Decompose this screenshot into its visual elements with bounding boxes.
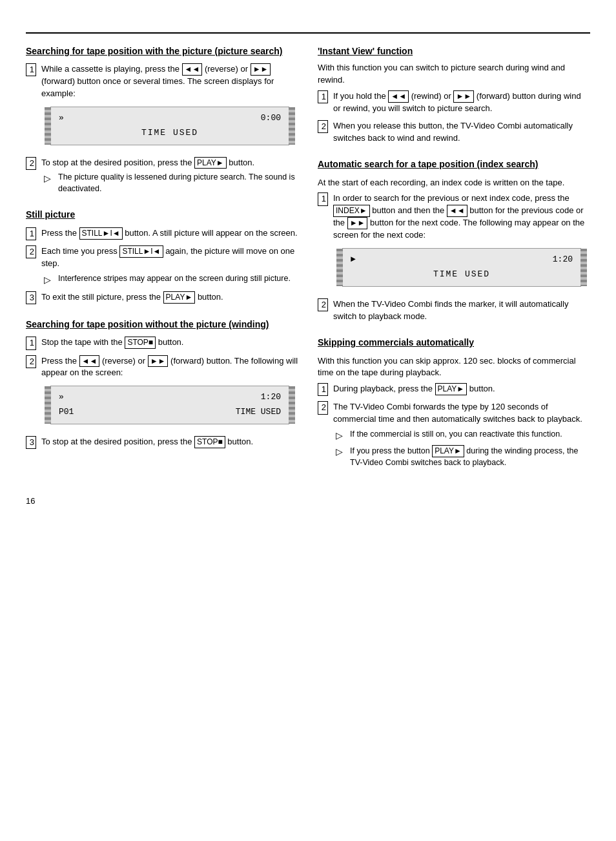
page-number: 16: [26, 496, 590, 506]
skip-text-1: During playback, press the: [333, 384, 435, 393]
note-skip-2: ▷ If you press the button PLAY► during t…: [336, 445, 590, 468]
screen-po1: P01: [59, 406, 74, 419]
screen-icon-1: »: [59, 112, 64, 125]
step-2-instant-content: When you release this button, the TV-Vid…: [333, 120, 590, 145]
step-3-winding-content: To stop at the desired position, press t…: [41, 436, 298, 448]
note-2: ▷ The picture quality is lessened during…: [44, 172, 298, 194]
screen-box-index: ► 1:20 TIME USED: [342, 248, 581, 287]
still-text-5: To exit the still picture, press the: [41, 292, 163, 302]
top-rule: [26, 32, 590, 34]
index-btn: INDEX►: [333, 205, 370, 217]
section-winding-title: Searching for tape position without the …: [26, 318, 298, 330]
screen-icon-winding: »: [59, 391, 64, 404]
step-3-winding: 3 To stop at the desired position, press…: [26, 436, 298, 449]
winding-text-3: Press the: [41, 356, 79, 366]
screen-left-border-1: [45, 107, 51, 145]
note-text-still-2: Interference stripes may appear on the s…: [58, 273, 291, 286]
screen-left-border-index: [336, 249, 343, 286]
step-num-winding-1: 1: [26, 337, 36, 349]
step-num-2: 2: [26, 157, 36, 170]
section-picture-search-title: Searching for tape position with the pic…: [26, 45, 298, 57]
note-text-skip-2: If you press the button PLAY► during the…: [350, 445, 590, 468]
step-2-index-content: When the TV-Video Combi finds the marker…: [333, 298, 590, 323]
section-still-picture: Still picture 1 Press the STILL►I◄ butto…: [26, 209, 298, 304]
step-1-skip-content: During playback, press the PLAY► button.: [333, 383, 590, 395]
section-skip-commercials: Skipping commercials automatically With …: [318, 337, 590, 468]
still-text-2: button. A still picture will appear on t…: [125, 228, 297, 238]
winding-text-7: button.: [227, 437, 253, 446]
step-2-content: To stop at the desired position, press t…: [41, 157, 298, 195]
winding-text-4: (reverse) or: [102, 356, 148, 366]
index-text-2: button and then the: [372, 205, 447, 215]
step-2-text: To stop at the desired position, press t…: [41, 158, 194, 167]
step-2-still: 2 Each time you press STILL►I◄ again, th…: [26, 245, 298, 286]
step-1-text3: (forward) button once or several times. …: [41, 76, 274, 98]
rev-btn-winding: ◄◄: [79, 355, 100, 368]
step-1-picture-search: 1 While a cassette is playing, press the…: [26, 63, 298, 151]
section-still-title: Still picture: [26, 209, 298, 220]
screen-right-border-1: [289, 107, 295, 145]
fwd-btn-index: ►►: [347, 217, 368, 229]
winding-text-2: button.: [158, 337, 184, 347]
instant-text-1: If you hold the: [333, 91, 388, 101]
section-winding: Searching for tape position without the …: [26, 318, 298, 449]
still-text-3: Each time you press: [41, 246, 119, 256]
note-arrow-still-2: ▷: [44, 273, 54, 286]
fwd-btn-instant: ►►: [453, 90, 474, 103]
skip-commercials-title: Skipping commercials automatically: [318, 337, 590, 348]
step-1-still: 1 Press the STILL►I◄ button. A still pic…: [26, 227, 298, 240]
screen-icon-index: ►: [351, 254, 356, 266]
step-3-still: 3 To exit the still picture, press the P…: [26, 291, 298, 304]
note-text-2: The picture quality is lessened during p…: [58, 172, 298, 194]
stop-btn-1: STOP■: [125, 337, 156, 349]
step-2-text2: button.: [229, 158, 254, 167]
note-text-skip-1: If the commercial is still on, you can r…: [350, 429, 562, 442]
still-btn-2: STILL►I◄: [119, 245, 163, 258]
fwd-btn-winding: ►►: [148, 355, 169, 368]
step-1-index-content: In order to search for the previous or n…: [333, 192, 590, 293]
step-1-winding-content: Stop the tape with the STOP■ button.: [41, 337, 298, 349]
index-text-5: When the TV-Video Combi finds the marker…: [333, 299, 568, 321]
instant-view-title: 'Instant View' function: [318, 45, 590, 57]
step-num-winding-2: 2: [26, 355, 36, 368]
step-2-winding: 2 Press the ◄◄ (reverse) or ►► (forward)…: [26, 355, 298, 431]
step-num-still-3: 3: [26, 291, 36, 304]
instant-view-intro: With this function you can switch to pic…: [318, 62, 590, 87]
screen-box-winding: » 1:20 P01 TIME USED: [50, 386, 289, 424]
screen-label-index: TIME USED: [351, 269, 573, 281]
step-num-still-1: 1: [26, 227, 36, 240]
skip-commercials-intro: With this function you can skip approx. …: [318, 355, 590, 380]
skip-text-2: button.: [469, 384, 495, 393]
play-btn-still: PLAY►: [163, 291, 196, 304]
step-num-still-2: 2: [26, 245, 36, 258]
index-search-title: Automatic search for a tape position (in…: [318, 158, 590, 170]
stop-btn-3: STOP■: [194, 436, 225, 448]
step-2-skip: 2 The TV-Video Combi forwards the type b…: [318, 401, 590, 468]
left-column: Searching for tape position with the pic…: [26, 45, 298, 483]
step-3-still-content: To exit the still picture, press the PLA…: [41, 291, 298, 304]
section-instant-view: 'Instant View' function With this functi…: [318, 45, 590, 144]
step-num-instant-2: 2: [318, 120, 328, 133]
screen-row-winding-1: » 1:20: [59, 391, 281, 404]
step-num-winding-3: 3: [26, 436, 36, 449]
main-content: Searching for tape position with the pic…: [26, 45, 590, 483]
step-1-skip: 1 During playback, press the PLAY► butto…: [318, 383, 590, 396]
step-num-index-2: 2: [318, 298, 328, 311]
screen-right-border-index: [580, 249, 587, 286]
step-1-content: While a cassette is playing, press the ◄…: [41, 63, 298, 151]
still-btn-1: STILL►I◄: [79, 227, 123, 240]
step-1-instant: 1 If you hold the ◄◄ (rewind) or ►► (for…: [318, 90, 590, 115]
section-picture-search: Searching for tape position with the pic…: [26, 45, 298, 194]
note-still-2: ▷ Interference stripes may appear on the…: [44, 273, 298, 286]
step-1-still-content: Press the STILL►I◄ button. A still pictu…: [41, 227, 298, 240]
step-2-picture-search: 2 To stop at the desired position, press…: [26, 157, 298, 195]
instant-text-2: (rewind) or: [411, 91, 454, 101]
step-2-index: 2 When the TV-Video Combi finds the mark…: [318, 298, 590, 323]
step-num-instant-1: 1: [318, 90, 328, 103]
skip-text-3: The TV-Video Combi forwards the type by …: [333, 402, 582, 424]
screen-label-1: TIME USED: [59, 127, 281, 140]
rewind-btn-1: ◄◄: [182, 63, 203, 76]
screen-time-winding: 1:20: [261, 391, 281, 404]
step-1-text2: (reverse) or: [205, 64, 251, 74]
screen-display-winding: » 1:20 P01 TIME USED: [41, 386, 298, 424]
